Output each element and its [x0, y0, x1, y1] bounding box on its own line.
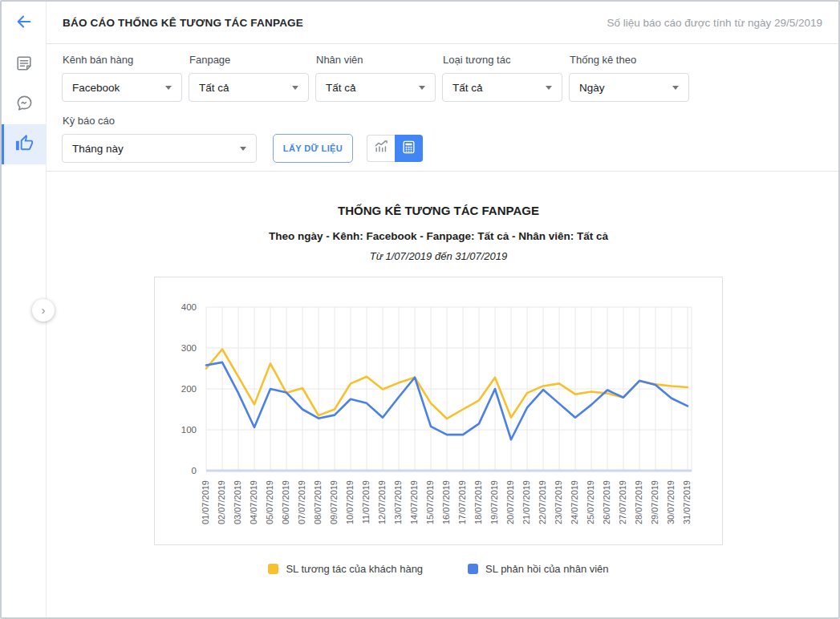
fanpage-field: Fanpage Tất cả [189, 53, 309, 102]
svg-text:21/07/2019: 21/07/2019 [521, 480, 531, 524]
period-label: Kỳ báo cáo [63, 115, 257, 127]
svg-text:26/07/2019: 26/07/2019 [602, 480, 611, 524]
thumbs-up-icon [15, 134, 34, 155]
legend-label: SL tương tác của khách hàng [286, 563, 423, 575]
channel-label: Kênh bán hàng [63, 54, 182, 66]
page-header: BÁO CÁO THỐNG KÊ TƯƠNG TÁC FANPAGE Số li… [47, 2, 838, 44]
svg-text:09/07/2019: 09/07/2019 [329, 480, 339, 524]
svg-text:08/07/2019: 08/07/2019 [313, 480, 323, 524]
svg-text:14/07/2019: 14/07/2019 [409, 480, 419, 524]
svg-text:06/07/2019: 06/07/2019 [281, 480, 290, 524]
svg-text:04/07/2019: 04/07/2019 [249, 480, 258, 524]
svg-text:11/07/2019: 11/07/2019 [361, 480, 371, 524]
staff-value: Tất cả [326, 82, 356, 94]
stat-by-field: Thống kê theo Ngày [569, 53, 689, 102]
staff-select[interactable]: Tất cả [315, 73, 436, 102]
period-value: Tháng này [72, 143, 124, 155]
table-view-button[interactable] [395, 135, 423, 162]
svg-text:30/07/2019: 30/07/2019 [666, 480, 676, 524]
svg-text:05/07/2019: 05/07/2019 [265, 480, 274, 524]
caret-down-icon [240, 147, 246, 151]
app-window: › BÁO CÁO THỐNG KÊ TƯƠNG TÁC FANPAGE Số … [0, 0, 840, 619]
chevron-right-icon: › [42, 303, 46, 317]
fanpage-value: Tất cả [199, 82, 229, 94]
filter-row-1: Kênh bán hàng Facebook Fanpage Tất cả Nh… [62, 53, 838, 102]
report-subtitle: Theo ngày - Kênh: Facebook - Fanpage: Tấ… [154, 230, 723, 242]
legend-item-staff: SL phản hồi của nhân viên [468, 563, 608, 575]
interaction-type-label: Loại tương tác [443, 54, 562, 66]
caret-down-icon [546, 86, 552, 90]
caret-down-icon [419, 86, 425, 90]
legend-label: SL phản hồi của nhân viên [485, 563, 608, 575]
svg-text:28/07/2019: 28/07/2019 [634, 480, 643, 524]
staff-field: Nhân viên Tất cả [315, 53, 436, 102]
filter-panel: Kênh bán hàng Facebook Fanpage Tất cả Nh… [47, 44, 838, 172]
report-note: Số liệu báo cáo được tính từ ngày 29/5/2… [607, 17, 822, 29]
caret-down-icon [672, 86, 679, 90]
report-title: THỐNG KÊ TƯƠNG TÁC FANPAGE [154, 204, 723, 217]
svg-text:0: 0 [192, 466, 197, 475]
sidebar-item-chat[interactable] [2, 84, 47, 124]
channel-value: Facebook [72, 82, 120, 94]
svg-text:18/07/2019: 18/07/2019 [473, 480, 483, 524]
fanpage-label: Fanpage [189, 54, 309, 66]
report-date-range: Từ 1/07/2019 đến 31/07/2019 [154, 250, 723, 262]
staff-label: Nhân viên [316, 54, 436, 66]
chart-legend: SL tương tác của khách hàng SL phản hồi … [154, 563, 723, 575]
svg-text:23/07/2019: 23/07/2019 [554, 480, 563, 524]
svg-text:25/07/2019: 25/07/2019 [586, 480, 595, 524]
svg-text:19/07/2019: 19/07/2019 [489, 480, 499, 524]
svg-text:400: 400 [181, 302, 197, 312]
page-title: BÁO CÁO THỐNG KÊ TƯƠNG TÁC FANPAGE [63, 17, 303, 29]
back-button[interactable] [2, 2, 47, 44]
chart-view-button[interactable] [367, 135, 395, 162]
stat-by-value: Ngày [579, 82, 605, 94]
legend-item-customer: SL tương tác của khách hàng [268, 563, 423, 575]
channel-field: Kênh bán hàng Facebook [62, 53, 182, 102]
customer-series-swatch [268, 564, 278, 574]
caret-down-icon [292, 86, 298, 90]
svg-text:31/07/2019: 31/07/2019 [682, 480, 692, 524]
svg-text:27/07/2019: 27/07/2019 [618, 480, 627, 524]
svg-text:200: 200 [181, 384, 197, 394]
chat-bubble-icon [15, 94, 34, 115]
svg-text:29/07/2019: 29/07/2019 [650, 480, 659, 524]
svg-text:03/07/2019: 03/07/2019 [233, 480, 242, 524]
view-toggle [367, 135, 423, 162]
staff-series-swatch [468, 564, 478, 574]
svg-text:300: 300 [181, 343, 197, 353]
back-arrow-icon [15, 13, 33, 33]
svg-text:13/07/2019: 13/07/2019 [393, 480, 403, 524]
filter-row-2: Kỳ báo cáo Tháng này LẤY DỮ LIỆU [62, 114, 838, 163]
svg-text:02/07/2019: 02/07/2019 [217, 480, 226, 524]
channel-select[interactable]: Facebook [62, 73, 182, 102]
sidebar-expand-button[interactable]: › [32, 299, 55, 322]
svg-text:20/07/2019: 20/07/2019 [505, 480, 515, 524]
svg-text:17/07/2019: 17/07/2019 [457, 480, 467, 524]
svg-text:100: 100 [181, 425, 197, 435]
interaction-type-field: Loại tương tác Tất cả [442, 53, 562, 102]
svg-text:07/07/2019: 07/07/2019 [297, 480, 306, 524]
caret-down-icon [165, 86, 172, 90]
interaction-type-value: Tất cả [452, 82, 483, 94]
sidebar-item-report[interactable] [2, 44, 47, 84]
stat-by-label: Thống kê theo [570, 54, 689, 66]
period-select[interactable]: Tháng này [62, 134, 257, 163]
fanpage-select[interactable]: Tất cả [189, 73, 309, 102]
document-icon [15, 55, 33, 75]
interaction-type-select[interactable]: Tất cả [442, 73, 562, 102]
svg-text:24/07/2019: 24/07/2019 [570, 480, 579, 524]
fetch-data-button[interactable]: LẤY DỮ LIỆU [273, 134, 353, 163]
svg-text:01/07/2019: 01/07/2019 [201, 480, 210, 524]
svg-text:16/07/2019: 16/07/2019 [441, 480, 451, 524]
period-field: Kỳ báo cáo Tháng này [62, 114, 257, 163]
sidebar-item-fanpage-interaction[interactable] [2, 124, 47, 164]
stat-by-select[interactable]: Ngày [569, 73, 689, 102]
report-area: THỐNG KÊ TƯƠNG TÁC FANPAGE Theo ngày - K… [47, 172, 838, 617]
line-chart-card: 010020030040001/07/201902/07/201903/07/2… [154, 277, 723, 545]
svg-text:22/07/2019: 22/07/2019 [538, 480, 547, 524]
calculator-table-icon [401, 140, 416, 158]
fanpage-interaction-line-chart: 010020030040001/07/201902/07/201903/07/2… [155, 277, 722, 544]
svg-text:10/07/2019: 10/07/2019 [345, 480, 355, 524]
combo-chart-icon [373, 139, 389, 158]
